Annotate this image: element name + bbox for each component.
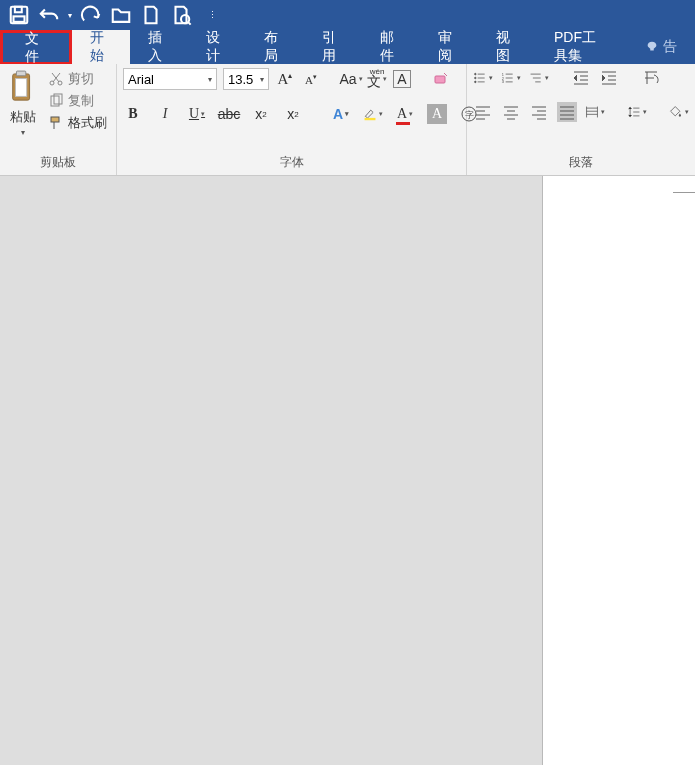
- open-icon[interactable]: [110, 4, 132, 26]
- strikethrough-icon[interactable]: abc: [219, 104, 239, 124]
- align-left-icon[interactable]: [473, 102, 493, 122]
- group-clipboard: 粘贴 ▾ 剪切 复制 格式刷 剪贴板: [0, 64, 117, 175]
- quick-access-toolbar: ▾ ⋮: [0, 0, 695, 30]
- paragraph-group-label: 段落: [473, 150, 689, 173]
- superscript-icon[interactable]: x2: [283, 104, 303, 124]
- tab-insert[interactable]: 插入: [130, 30, 188, 64]
- tab-review[interactable]: 审阅: [420, 30, 478, 64]
- font-size-value: 13.5: [228, 72, 253, 87]
- ribbon: 粘贴 ▾ 剪切 复制 格式刷 剪贴板: [0, 64, 695, 176]
- cut-label: 剪切: [68, 70, 94, 88]
- tab-view[interactable]: 视图: [478, 30, 536, 64]
- underline-icon[interactable]: U: [187, 104, 207, 124]
- clipboard-group-label: 剪贴板: [6, 150, 110, 173]
- undo-dropdown[interactable]: ▾: [68, 11, 72, 20]
- customize-qat-icon[interactable]: ⋮: [208, 10, 217, 20]
- save-icon[interactable]: [8, 4, 30, 26]
- svg-line-4: [188, 22, 191, 25]
- font-name-combo[interactable]: Arial ▾: [123, 68, 217, 90]
- font-group-label: 字体: [123, 150, 460, 173]
- italic-icon[interactable]: I: [155, 104, 175, 124]
- clear-formatting-icon[interactable]: [431, 69, 451, 89]
- shading-icon[interactable]: [669, 102, 689, 122]
- shrink-font-icon[interactable]: A▾: [301, 69, 321, 89]
- group-paragraph: 123: [467, 64, 695, 175]
- tell-me-label: 告: [663, 38, 677, 56]
- change-case-icon[interactable]: Aa: [341, 69, 361, 89]
- character-shading-icon[interactable]: A: [427, 104, 447, 124]
- bullets-icon[interactable]: [473, 68, 493, 88]
- document-gray-area[interactable]: [0, 176, 543, 765]
- format-painter-button[interactable]: 格式刷: [48, 114, 107, 132]
- print-preview-icon[interactable]: [170, 4, 192, 26]
- multilevel-list-icon[interactable]: [529, 68, 549, 88]
- copy-button[interactable]: 复制: [48, 92, 107, 110]
- tab-file[interactable]: 文件: [0, 30, 72, 64]
- svg-line-11: [52, 73, 59, 82]
- new-icon[interactable]: [140, 4, 162, 26]
- character-border-icon[interactable]: A: [393, 70, 411, 88]
- asian-layout-icon[interactable]: [641, 68, 661, 88]
- text-effects-icon[interactable]: A: [331, 104, 351, 124]
- cut-button[interactable]: 剪切: [48, 70, 107, 88]
- align-right-icon[interactable]: [529, 102, 549, 122]
- phonetic-guide-icon[interactable]: wén文: [367, 69, 387, 89]
- svg-rect-7: [16, 79, 27, 97]
- document-page[interactable]: [543, 176, 695, 765]
- font-size-combo[interactable]: 13.5 ▾: [223, 68, 269, 90]
- svg-rect-16: [365, 118, 376, 120]
- page-edge-marker: [673, 192, 695, 193]
- grow-font-icon[interactable]: A▴: [275, 69, 295, 89]
- bold-icon[interactable]: B: [123, 104, 143, 124]
- tab-design[interactable]: 设计: [188, 30, 246, 64]
- svg-point-19: [475, 73, 477, 75]
- svg-line-10: [53, 73, 60, 82]
- tab-home[interactable]: 开始: [72, 30, 130, 64]
- highlight-icon[interactable]: [363, 104, 383, 124]
- svg-text:3: 3: [502, 79, 504, 84]
- subscript-icon[interactable]: x2: [251, 104, 271, 124]
- tab-tell-me[interactable]: 告: [627, 30, 695, 64]
- svg-point-23: [475, 81, 477, 83]
- svg-rect-2: [14, 16, 25, 22]
- redo-icon[interactable]: [80, 4, 102, 26]
- font-name-value: Arial: [128, 72, 154, 87]
- tab-pdf-tools[interactable]: PDF工具集: [536, 30, 627, 64]
- decrease-indent-icon[interactable]: [571, 68, 591, 88]
- svg-point-21: [475, 77, 477, 79]
- align-center-icon[interactable]: [501, 102, 521, 122]
- ribbon-tabs: 文件 开始 插入 设计 布局 引用 邮件 审阅 视图 PDF工具集 告: [0, 30, 695, 64]
- line-spacing-icon[interactable]: [627, 102, 647, 122]
- copy-label: 复制: [68, 92, 94, 110]
- font-color-icon[interactable]: A: [395, 104, 415, 124]
- svg-rect-6: [16, 71, 25, 76]
- svg-rect-14: [51, 117, 59, 122]
- undo-icon[interactable]: [38, 4, 60, 26]
- distributed-icon[interactable]: [585, 102, 605, 122]
- paste-label: 粘贴: [10, 108, 36, 126]
- tab-references[interactable]: 引用: [304, 30, 362, 64]
- document-area: [0, 176, 695, 765]
- justify-icon[interactable]: [557, 102, 577, 122]
- numbering-icon[interactable]: 123: [501, 68, 521, 88]
- group-font: Arial ▾ 13.5 ▾ A▴ A▾ Aa wén文 A B: [117, 64, 467, 175]
- increase-indent-icon[interactable]: [599, 68, 619, 88]
- tab-mail[interactable]: 邮件: [362, 30, 420, 64]
- paste-button[interactable]: 粘贴 ▾: [6, 68, 44, 137]
- svg-rect-15: [435, 76, 445, 83]
- svg-rect-1: [15, 7, 22, 13]
- tab-layout[interactable]: 布局: [246, 30, 304, 64]
- format-painter-label: 格式刷: [68, 114, 107, 132]
